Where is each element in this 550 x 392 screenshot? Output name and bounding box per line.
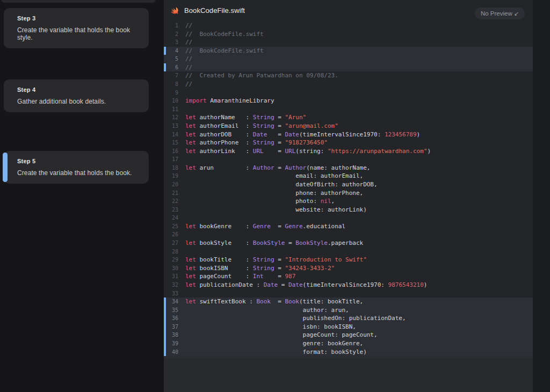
line-number: 18	[164, 164, 178, 172]
code-line[interactable]: 3//	[164, 38, 533, 47]
code-text: let swiftTextBook : Book = Book(title: b…	[185, 297, 363, 306]
code-line[interactable]: 36 publishedOn: publicationDate,	[164, 314, 533, 323]
code-line[interactable]: 7// Created by Arun Patwardhan on 09/08/…	[164, 71, 533, 80]
code-line[interactable]: 24	[164, 214, 533, 222]
code-text: let authorLink : URL = URL(string: "http…	[185, 147, 431, 156]
line-number: 15	[164, 139, 178, 147]
code-line[interactable]: 11	[164, 105, 533, 114]
code-text: let bookTitle : String = "Introduction t…	[185, 256, 367, 264]
code-line[interactable]: 20 dateOfBirth: authorDOB,	[164, 180, 533, 189]
code-line[interactable]: 31let pageCount : Int = 987	[164, 272, 533, 281]
code-line[interactable]: 6//	[164, 63, 533, 72]
code-editor-panel: BookCodeFile.swift No Preview↙ 1//2// Bo…	[164, 0, 533, 392]
code-line[interactable]: 16let authorLink : URL = URL(string: "ht…	[164, 147, 533, 156]
code-line[interactable]: 1//	[164, 21, 533, 30]
code-text: //	[185, 21, 192, 30]
line-number: 34	[164, 297, 178, 306]
code-line[interactable]: 19 email: authorEmail,	[164, 172, 533, 180]
code-text: publishedOn: publicationDate,	[185, 314, 406, 323]
change-marker	[164, 297, 166, 306]
line-number: 6	[164, 63, 178, 72]
code-text: let authorDOB : Date = Date(timeInterval…	[185, 130, 420, 139]
code-text: import AmaranthineLibrary	[185, 97, 274, 105]
editor-empty-area[interactable]	[164, 357, 533, 392]
line-number: 12	[164, 113, 178, 122]
code-line[interactable]: 14let authorDOB : Date = Date(timeInterv…	[164, 130, 533, 139]
line-number: 17	[164, 155, 178, 164]
code-area[interactable]: 1//2// BookCodeFile.swift3//4// BookCode…	[164, 21, 533, 356]
code-line[interactable]: 15let authorPhone : String = "9182736450…	[164, 139, 533, 147]
code-line[interactable]: 38 pageCount: pageCount,	[164, 331, 533, 339]
code-line[interactable]: 23 website: authorLink)	[164, 206, 533, 214]
code-line[interactable]: 17	[164, 155, 533, 164]
code-line[interactable]: 32let publicationDate : Date = Date(time…	[164, 281, 533, 289]
line-number: 14	[164, 130, 178, 139]
code-line[interactable]: 37 isbn: bookISBN,	[164, 323, 533, 331]
app-window: Step 3Create the variable that holds the…	[0, 0, 550, 392]
step-description: Create the variable that holds the book.	[17, 169, 140, 177]
code-line[interactable]: 26	[164, 230, 533, 239]
code-line[interactable]: 4// BookCodeFile.swift	[164, 47, 533, 55]
code-line[interactable]: 18let arun : Author = Author(name: autho…	[164, 164, 533, 172]
code-line[interactable]: 10import AmaranthineLibrary	[164, 97, 533, 105]
code-line[interactable]: 5//	[164, 55, 533, 63]
step-card[interactable]: Step 4Gather additional book details.	[4, 79, 149, 112]
code-line[interactable]: 22 photo: nil,	[164, 197, 533, 206]
line-number: 16	[164, 147, 178, 156]
code-line[interactable]: 29let bookTitle : String = "Introduction…	[164, 256, 533, 264]
code-text: photo: nil,	[185, 197, 335, 206]
line-number: 25	[164, 222, 178, 231]
code-text: email: authorEmail,	[185, 172, 363, 180]
line-number: 40	[164, 348, 178, 357]
code-line[interactable]: 12let authorName : String = "Arun"	[164, 113, 533, 122]
line-number: 39	[164, 339, 178, 348]
code-text: let authorPhone : String = "9182736450"	[185, 139, 328, 147]
code-text: // Created by Arun Patwardhan on 09/08/2…	[185, 71, 338, 80]
code-text: let bookISBN : String = "34243-3433-2"	[185, 264, 335, 273]
code-text: let bookGenre : Genre = Genre.educationa…	[185, 222, 345, 231]
change-marker	[164, 348, 166, 357]
line-number: 9	[164, 89, 178, 97]
active-step-indicator	[3, 153, 8, 182]
code-line[interactable]: 2// BookCodeFile.swift	[164, 30, 533, 39]
line-number: 10	[164, 97, 178, 105]
code-line[interactable]: 33	[164, 289, 533, 298]
step-card[interactable]: Step 5Create the variable that holds the…	[4, 151, 149, 184]
code-line[interactable]: 28	[164, 248, 533, 256]
line-number: 2	[164, 30, 178, 39]
code-text: genre: bookGenre,	[185, 339, 363, 348]
change-marker	[164, 339, 166, 348]
preview-arrow-icon: ↙	[514, 10, 519, 17]
code-text: let bookStyle : BookStyle = BookStyle.pa…	[185, 239, 363, 248]
code-text: let pageCount : Int = 987	[185, 272, 295, 281]
line-number: 32	[164, 281, 178, 289]
code-line[interactable]: 27let bookStyle : BookStyle = BookStyle.…	[164, 239, 533, 248]
step-number: Step 3	[17, 15, 140, 21]
change-marker	[164, 63, 166, 72]
code-line[interactable]: 34let swiftTextBook : Book = Book(title:…	[164, 297, 533, 306]
code-line[interactable]: 30let bookISBN : String = "34243-3433-2"	[164, 264, 533, 273]
line-number: 7	[164, 71, 178, 80]
code-text: phone: authorPhone,	[185, 189, 363, 198]
code-line[interactable]: 39 genre: bookGenre,	[164, 339, 533, 348]
code-line[interactable]: 25let bookGenre : Genre = Genre.educatio…	[164, 222, 533, 231]
code-text: website: authorLink)	[185, 206, 367, 214]
code-line[interactable]: 9	[164, 89, 533, 97]
code-line[interactable]: 35 author: arun,	[164, 306, 533, 315]
line-number: 8	[164, 80, 178, 89]
code-text: isbn: bookISBN,	[185, 323, 356, 331]
code-text: //	[185, 63, 192, 72]
code-line[interactable]: 8//	[164, 80, 533, 89]
code-line[interactable]: 21 phone: authorPhone,	[164, 189, 533, 198]
line-number: 36	[164, 314, 178, 323]
code-line[interactable]: 13let authorEmail : String = "arun@mail.…	[164, 122, 533, 130]
code-line[interactable]: 40 format: bookStyle)	[164, 348, 533, 357]
step-number: Step 5	[17, 158, 140, 164]
right-edge-strip	[533, 0, 550, 392]
no-preview-button[interactable]: No Preview↙	[475, 8, 525, 19]
change-marker	[164, 47, 166, 55]
step-card[interactable]: Step 3Create the variable that holds the…	[4, 8, 149, 48]
line-number: 22	[164, 197, 178, 206]
line-number: 24	[164, 214, 178, 222]
line-number: 33	[164, 289, 178, 298]
